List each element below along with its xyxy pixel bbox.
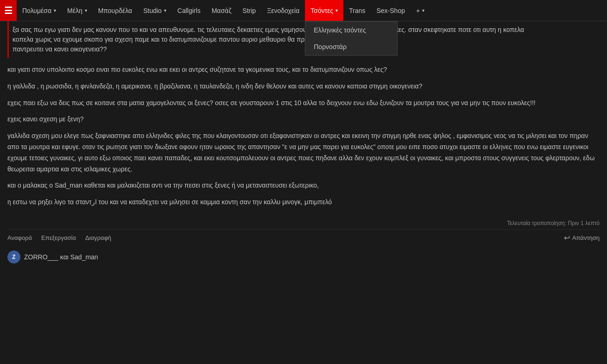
paragraph-6: και ο μαλακας ο Sad_man καθεται και μαλα… xyxy=(7,180,600,191)
chevron-down-icon: ▾ xyxy=(54,8,56,13)
chevron-down-icon: ▾ xyxy=(335,8,338,13)
nav-item-tsontes[interactable]: Τσόντες ▾ Ελληνικές τσόντες Πορνοστάρ xyxy=(305,0,343,21)
nav-item-mpourntela[interactable]: Μπουρδέλα xyxy=(93,0,138,21)
menu-icon: ☰ xyxy=(4,5,13,16)
nav-item-polymesa[interactable]: Πολυμέσα ▾ xyxy=(17,0,62,21)
dropdown-item-ellinikies[interactable]: Ελληνικές τσόντες xyxy=(305,22,397,38)
user-row: Z ZORRO___ και Sad_man xyxy=(7,246,600,268)
nav-item-masaz[interactable]: Μασάζ xyxy=(206,0,237,21)
username-label: ZORRO___ και Sad_man xyxy=(24,253,98,261)
nav-item-plus[interactable]: + ▾ xyxy=(411,0,430,21)
report-button[interactable]: Αναφορά xyxy=(7,234,32,241)
nav-item-strip[interactable]: Strip xyxy=(237,0,261,21)
paragraph-2: η γαλλιδα , η ρωσσιδα, η φινλανδεζα, η α… xyxy=(7,81,600,92)
delete-button[interactable]: Διαγραφή xyxy=(85,234,111,241)
reply-label: Απάντηση xyxy=(572,234,600,241)
dropdown-item-pornostar[interactable]: Πορνοστάρ xyxy=(305,38,397,55)
reply-button[interactable]: ↩ Απάντηση xyxy=(564,233,600,242)
paragraph-7: η εστω να ρηξει λιγο τα σταντار του και … xyxy=(7,197,600,208)
nav-item-studio[interactable]: Studio ▾ xyxy=(138,0,172,21)
timestamp: Τελευταία τροποποίηση: Πριν 1 λεπτό xyxy=(7,220,600,226)
chevron-down-icon: ▾ xyxy=(422,8,424,13)
paragraph-4: εχεις κανει σχεση με ξενη? xyxy=(7,114,600,125)
reply-icon: ↩ xyxy=(564,233,570,242)
paragraph-1: και γιατι στον υπολοιπο κοσμο ειναι πιο … xyxy=(7,64,600,75)
tsontes-dropdown: Ελληνικές τσόντες Πορνοστάρ xyxy=(305,21,398,56)
chevron-down-icon: ▾ xyxy=(164,8,166,13)
nav-item-xenodoxeia[interactable]: Ξενοδοχεία xyxy=(261,0,305,21)
nav-item-trans[interactable]: Trans xyxy=(343,0,371,21)
post-actions-bar: Αναφορά Επεξεργασία Διαγραφή ↩ Απάντηση xyxy=(7,229,600,246)
brand-button[interactable]: ☰ xyxy=(0,0,17,21)
paragraph-3: εχεις παει εξω να δεις πως σε κοιτανε στ… xyxy=(7,98,600,109)
nav-item-sexshop[interactable]: Sex-Shop xyxy=(371,0,411,21)
top-col-left: ξα σας πω εγω γιατι δεν μας κανουν που τ… xyxy=(7,21,332,58)
avatar: Z xyxy=(7,251,20,264)
nav-item-meli[interactable]: Μέλη ▾ xyxy=(62,0,93,21)
content-area: ξα σας πω εγω γιατι δεν μας κανουν που τ… xyxy=(0,21,607,268)
navbar: ☰ Πολυμέσα ▾ Μέλη ▾ Μπουρδέλα Studio ▾ C… xyxy=(0,0,607,21)
chevron-down-icon: ▾ xyxy=(85,8,87,13)
nav-item-callgirls[interactable]: Callgirls xyxy=(172,0,206,21)
edit-button[interactable]: Επεξεργασία xyxy=(41,234,76,241)
top-left-text: ξα σας πω εγω γιατι δεν μας κανουν που τ… xyxy=(13,26,325,53)
top-text-row: ξα σας πω εγω γιατι δεν μας κανουν που τ… xyxy=(7,21,600,62)
post-body: και γιατι στον υπολοιπο κοσμο ειναι πιο … xyxy=(7,62,600,216)
paragraph-5: γαλλιδα σχεση μου ελεγε πως ξαφνιαστηκε … xyxy=(7,131,600,175)
